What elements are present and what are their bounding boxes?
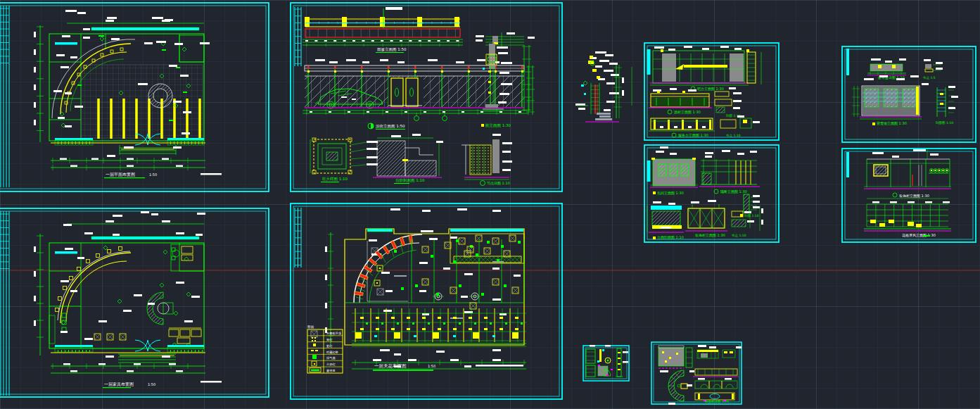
sheet-furniture-plan[interactable]: 一层家具布置图1:50 xyxy=(0,211,222,396)
label-text: 斗胆灯 xyxy=(326,363,336,366)
drawing-area[interactable]: 一层平面布置图1:50一层家具布置图1:50雨篷立面图 1:50沿街立面图 1:… xyxy=(0,0,980,409)
label-text: 一层家具布置图 xyxy=(104,382,134,387)
label-text: 酒柜立面图 1:30 xyxy=(674,110,701,115)
label-text: 排气扇 xyxy=(326,356,336,360)
sheet-facade-elevations[interactable]: 雨篷立面图 1:50沿街立面图 1:50剖立面图 1:30柱大样图 1:10台阶… xyxy=(295,7,535,186)
label-text: 剖面 1:10 xyxy=(744,214,759,218)
label-text: 暗藏灯带 xyxy=(326,351,338,354)
label-text: 转角柜详图 1:20 xyxy=(705,400,729,404)
label-text: 剖面图 1:10 xyxy=(936,121,953,125)
cad-canvas[interactable]: 一层平面布置图1:50一层家具布置图1:50雨篷立面图 1:50沿街立面图 1:… xyxy=(0,0,980,409)
sheet-kitchen-detail[interactable] xyxy=(586,345,628,377)
label-text: 台阶剖面图 1:10 xyxy=(395,178,425,183)
label-text: 吧台立面图 1:30 xyxy=(697,87,724,92)
label-text: 沿街立面图 1:50 xyxy=(376,124,405,129)
label-text: 1:50 xyxy=(148,382,155,386)
label-text: 柱大样图 1:10 xyxy=(322,177,348,182)
sheet-corner-detail[interactable]: 转角柜详图 1:20 xyxy=(658,345,742,405)
label-text: 1:50 xyxy=(428,364,435,368)
label-text: 图例 xyxy=(307,325,314,329)
label-text: 剖立面图 1:30 xyxy=(485,123,511,128)
label-text: 包间立面图 1:30 xyxy=(657,191,684,196)
label-text: 雨篷立面图 1:50 xyxy=(377,47,407,52)
label-text: 节点 1:5 xyxy=(923,76,936,80)
sheet-detail-b[interactable]: 包间立面图 1:30隔断立面图 1:30剖面 1:10台面剖面图 1:10装饰柜… xyxy=(647,146,763,240)
label-text: 窗帘盒 xyxy=(326,369,336,373)
label-text: 筒灯 xyxy=(326,338,333,341)
label-text: 石膏板吊顶 xyxy=(326,332,342,335)
label-text: 一层平面布置图 xyxy=(106,172,135,177)
sheet-detail-d[interactable]: 装饰柜立面图 1:30花格屏风立面图 1:30 xyxy=(864,149,951,238)
sheet-detail-c[interactable]: 窗帘盒详图 1:10节点 1:5背景墙立面图 1:30剖面图 1:10 xyxy=(852,58,958,126)
label-text: 装饰柜立面图 1:30 xyxy=(899,194,929,199)
label-text: 装饰柜立面图 1:30 xyxy=(695,233,725,238)
label-text: 隔断立面图 1:30 xyxy=(720,189,747,194)
sheet-floor-plan[interactable]: 一层平面布置图1:50 xyxy=(0,6,301,187)
label-text: 节点详图 1:10 xyxy=(487,181,510,186)
label-text: 节点 1:10 xyxy=(726,134,741,137)
label-text: 台面剖面图 1:10 xyxy=(657,235,684,240)
label-text: 服务台立面图 1:30 xyxy=(678,133,708,138)
section-detail-unframed[interactable] xyxy=(575,51,632,122)
label-text: 一层天花布置图 xyxy=(374,363,407,369)
label-text: 花格屏风立面图 1:30 xyxy=(902,233,936,238)
label-text: 背景墙立面图 1:30 xyxy=(877,121,907,126)
label-text: 1:50 xyxy=(149,172,157,177)
sheet-ceiling-plan[interactable]: 石膏板吊顶筒灯射灯暗藏灯带排气扇斗胆灯窗帘盒图例一层天花布置图1:50 xyxy=(295,208,526,373)
label-text: 节点 1:10 xyxy=(732,234,746,237)
sheet-detail-a[interactable]: 吧台立面图 1:30酒柜立面图 1:30剖面 1:10服务台立面图 1:30节点… xyxy=(649,46,761,138)
label-text: 射灯 xyxy=(326,344,333,348)
